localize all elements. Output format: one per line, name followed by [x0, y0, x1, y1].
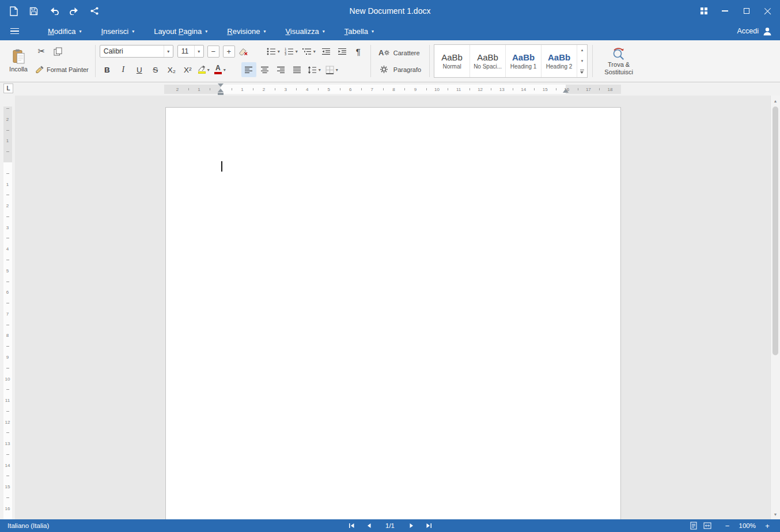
chevron-down-icon: ▾	[205, 29, 207, 34]
styles-scroll-down-button[interactable]: ▾	[577, 56, 587, 67]
decrease-font-size-button[interactable]: −	[207, 45, 219, 58]
multilevel-list-button[interactable]: ▾	[301, 44, 317, 59]
document-page[interactable]	[165, 107, 621, 519]
font-color-icon: A	[214, 65, 222, 74]
layout-switch-button[interactable]	[694, 2, 714, 20]
paragraph-dialog-label: Paragrafo	[393, 66, 421, 73]
cut-button[interactable]: ✂	[34, 44, 49, 59]
close-button[interactable]	[758, 2, 778, 20]
scroll-up-button[interactable]: ▲	[771, 97, 780, 105]
align-left-button[interactable]	[241, 62, 256, 77]
first-page-button[interactable]	[347, 522, 355, 530]
subscript-button[interactable]: X₂	[164, 62, 179, 77]
clear-formatting-button[interactable]	[236, 44, 251, 59]
application-window: New Document 1.docx Modifica ▾ Inserisci…	[0, 0, 780, 532]
font-color-button[interactable]: A ▾	[213, 62, 228, 77]
copy-button[interactable]	[50, 44, 65, 59]
vertical-scrollbar[interactable]: ▲ ▼	[770, 96, 780, 519]
ruler-bar: L 21123456789101112131415161718	[0, 82, 780, 96]
show-paragraph-marks-button[interactable]: ¶	[351, 44, 366, 59]
horizontal-ruler[interactable]: 21123456789101112131415161718	[164, 85, 621, 94]
zoom-level[interactable]: 100%	[739, 522, 756, 529]
highlight-color-button[interactable]: ▾	[196, 62, 211, 77]
bold-button[interactable]: B	[100, 62, 115, 77]
menu-inserisci[interactable]: Inserisci ▾	[91, 22, 144, 40]
font-dialog-icon: A	[378, 49, 390, 56]
find-replace-label-2: Sostituisci	[604, 69, 633, 75]
fit-page-button[interactable]	[688, 520, 699, 531]
zoom-in-button[interactable]: +	[763, 521, 772, 530]
clipboard-group: Incolla ✂ Format Painter	[1, 42, 95, 80]
font-size-select[interactable]: 11 ▾	[177, 45, 204, 58]
align-justify-button[interactable]	[290, 62, 305, 77]
menu-revisione[interactable]: Revisione ▾	[217, 22, 275, 40]
styles-gallery-arrows: ▴ ▾	[577, 45, 587, 77]
fit-width-button[interactable]	[702, 520, 713, 531]
next-page-button[interactable]	[407, 522, 415, 530]
scrollbar-thumb[interactable]	[773, 107, 778, 355]
increase-font-size-button[interactable]: +	[223, 45, 235, 58]
underline-button[interactable]: U	[132, 62, 147, 77]
style-heading-1[interactable]: AaBb Heading 1	[506, 45, 542, 77]
styles-gallery: AaBb Normal AaBb No Spaci... AaBb Headin…	[434, 44, 588, 78]
align-left-icon	[244, 66, 253, 74]
style-no-spacing[interactable]: AaBb No Spaci...	[470, 45, 506, 77]
paragraph-dialog-button[interactable]: Paragrafo	[376, 62, 423, 77]
first-line-indent-marker[interactable]	[218, 83, 224, 87]
scroll-down-button[interactable]: ▼	[771, 510, 780, 518]
tab-stop-selector[interactable]: L	[3, 83, 13, 93]
font-paragraph-group: Calibri ▾ 11 ▾ − + ▾	[95, 42, 370, 80]
styles-expand-button[interactable]	[577, 66, 587, 77]
style-heading-2[interactable]: AaBb Heading 2	[542, 45, 577, 77]
align-center-button[interactable]	[258, 62, 272, 77]
maximize-button[interactable]	[736, 2, 756, 20]
italic-button[interactable]: I	[116, 62, 131, 77]
scroll-down-icon: ▼	[774, 512, 778, 516]
sign-in-button[interactable]: Accedi	[729, 22, 780, 40]
right-indent-marker[interactable]	[563, 89, 569, 93]
menu-label: Visualizza	[285, 27, 319, 36]
increase-indent-button[interactable]	[335, 44, 350, 59]
align-right-button[interactable]	[274, 62, 289, 77]
find-replace-label-1: Trova &	[608, 61, 630, 68]
chevron-down-icon: ▾	[313, 49, 316, 54]
share-button[interactable]	[85, 2, 103, 20]
numbered-list-button[interactable]: 123 ▾	[283, 44, 300, 59]
left-indent-marker[interactable]	[218, 93, 224, 95]
menu-tabella[interactable]: Tabella ▾	[335, 22, 384, 40]
style-normal[interactable]: AaBb Normal	[434, 45, 470, 77]
decrease-indent-button[interactable]	[319, 44, 334, 59]
find-replace-button[interactable]: Trova & Sostituisci	[597, 47, 641, 75]
paste-button[interactable]: Incolla	[6, 42, 31, 79]
font-family-select[interactable]: Calibri ▾	[100, 45, 173, 58]
minimize-button[interactable]	[715, 2, 735, 20]
strikethrough-button[interactable]: S	[148, 62, 163, 77]
undo-button[interactable]	[45, 2, 63, 20]
borders-button[interactable]: ▾	[324, 62, 340, 77]
menu-visualizza[interactable]: Visualizza ▾	[275, 22, 334, 40]
zoom-out-button[interactable]: −	[723, 521, 732, 530]
last-page-button[interactable]	[425, 522, 433, 530]
menu-modifica[interactable]: Modifica ▾	[38, 22, 91, 40]
superscript-button[interactable]: X²	[180, 62, 195, 77]
vertical-ruler[interactable]: 2112345678910111213141516	[0, 96, 15, 519]
format-painter-button[interactable]: Format Painter	[34, 62, 90, 77]
borders-icon	[325, 66, 334, 74]
menu-layout-pagina[interactable]: Layout Pagina ▾	[144, 22, 217, 40]
tab-stop-icon: L	[6, 85, 10, 92]
new-document-button[interactable]	[5, 2, 22, 20]
styles-scroll-up-button[interactable]: ▴	[577, 45, 587, 56]
main-menu-button[interactable]	[0, 22, 29, 40]
menu-bar: Modifica ▾ Inserisci ▾ Layout Pagina ▾ R…	[0, 22, 780, 40]
bullet-list-button[interactable]: ▾	[265, 44, 282, 59]
line-spacing-button[interactable]: ▾	[306, 62, 323, 77]
hanging-indent-marker[interactable]	[218, 89, 224, 92]
font-dialog-button[interactable]: A Carattere	[376, 45, 423, 60]
sign-in-label: Accedi	[737, 27, 759, 35]
language-selector[interactable]: Italiano (Italia)	[0, 519, 56, 532]
increase-indent-icon	[338, 48, 347, 55]
multilevel-list-icon	[302, 48, 312, 55]
redo-button[interactable]	[65, 2, 83, 20]
previous-page-button[interactable]	[365, 522, 373, 530]
save-button[interactable]	[25, 2, 43, 20]
